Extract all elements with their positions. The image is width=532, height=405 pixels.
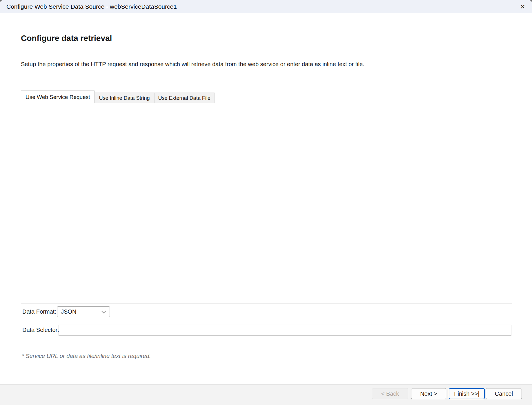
window-title: Configure Web Service Data Source - webS…	[6, 3, 177, 10]
required-note: * Service URL or data as file/inline tex…	[22, 353, 151, 359]
web-service-request-panel	[21, 103, 512, 303]
tab-use-external-data-file[interactable]: Use External Data File	[154, 93, 215, 103]
next-button[interactable]: Next >	[411, 388, 446, 399]
cancel-button[interactable]: Cancel	[486, 388, 522, 399]
dialog-window: Configure Web Service Data Source - webS…	[0, 0, 532, 405]
back-button: < Back	[372, 388, 408, 399]
footer-bar: < Back Next > Finish >>| Cancel	[0, 384, 532, 405]
tab-strip: Use Web Service Request Use Inline Data …	[21, 91, 215, 103]
tab-use-web-service-request[interactable]: Use Web Service Request	[21, 91, 95, 103]
data-selector-input[interactable]	[59, 325, 511, 336]
page-description: Setup the properties of the HTTP request…	[21, 61, 364, 68]
title-bar: Configure Web Service Data Source - webS…	[0, 0, 532, 13]
close-icon[interactable]: ×	[513, 0, 532, 13]
page-title: Configure data retrieval	[21, 34, 112, 43]
data-format-label: Data Format:	[22, 306, 56, 317]
chevron-down-icon	[101, 309, 106, 313]
data-format-select[interactable]: JSON	[57, 306, 110, 317]
data-format-value: JSON	[61, 308, 76, 315]
tab-use-inline-data-string[interactable]: Use Inline Data String	[95, 93, 154, 103]
finish-button[interactable]: Finish >>|	[449, 388, 485, 399]
data-selector-label: Data Selector:	[22, 325, 59, 335]
